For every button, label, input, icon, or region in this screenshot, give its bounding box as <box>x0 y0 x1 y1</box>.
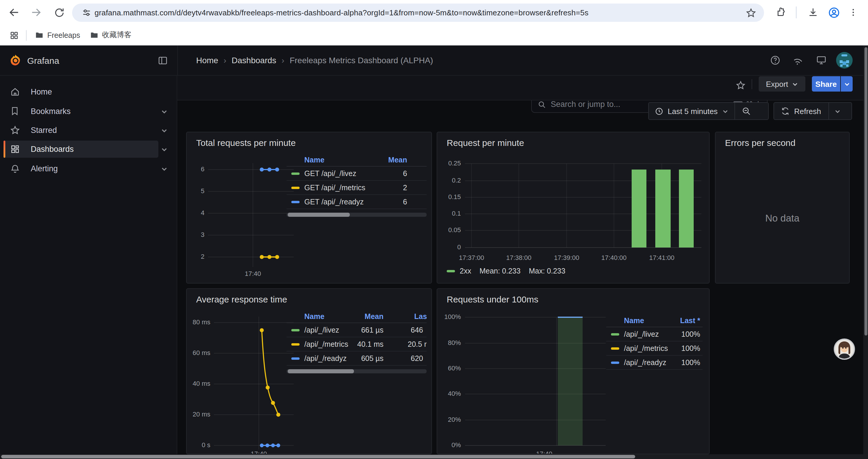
browser-menu-icon[interactable] <box>845 4 862 21</box>
sidebar-item-dashboards[interactable]: Dashboards <box>0 140 177 158</box>
legend-row[interactable]: /api/_/metrics 40.1 ms 20.5 r <box>286 337 427 352</box>
legend-header-row: Name Mean <box>286 155 427 167</box>
series-swatch <box>291 343 300 346</box>
y-tick: 3 <box>189 231 205 238</box>
time-range-label: Last 5 minutes <box>668 107 718 116</box>
y-tick: 0.1 <box>438 210 461 217</box>
url-bar[interactable]: grafana.mathmast.com/d/deytv4rwavabkb/fr… <box>72 4 764 22</box>
legend-row[interactable]: /api/_/livez 661 µs 646 <box>286 323 427 337</box>
zoom-out-button[interactable] <box>735 103 757 119</box>
panel-under-100ms[interactable]: Requests under 100ms 100% 80% 60% 40% 20… <box>437 288 710 454</box>
refresh-button[interactable]: Refresh <box>774 103 828 119</box>
floating-assistant-avatar[interactable] <box>834 338 855 360</box>
grafana-header: Grafana Home › Dashboards › Freeleaps Me… <box>0 45 868 76</box>
chevron-down-icon[interactable] <box>161 127 168 134</box>
folder-icon <box>90 31 98 40</box>
legend-header-name[interactable]: Name <box>624 317 644 325</box>
series-last: 100% <box>681 330 700 338</box>
legend-header-name[interactable]: Name <box>304 156 324 164</box>
mega-menu-toggle-icon[interactable] <box>155 53 170 68</box>
sidebar-item-home[interactable]: Home <box>0 83 177 100</box>
legend-scrollbar-thumb[interactable] <box>288 369 354 373</box>
sidebar-item-starred[interactable]: Starred <box>0 122 177 139</box>
panel-total-requests[interactable]: Total requests per minute 6 5 4 3 2 17:4… <box>186 132 432 284</box>
panel-request-per-minute[interactable]: Request per minute 0.25 0.2 0.15 0.1 0.0… <box>437 132 710 284</box>
y-tick: 40 ms <box>187 380 210 387</box>
chevron-down-icon[interactable] <box>161 145 168 153</box>
legend-row[interactable]: /api/_/readyz 605 µs 620 <box>286 352 427 366</box>
sidebar-item-alerting[interactable]: Alerting <box>0 160 177 177</box>
bookmark-folder-freeleaps[interactable]: Freeleaps <box>30 31 85 40</box>
active-item-background <box>4 140 158 158</box>
legend-header-mean[interactable]: Mean <box>365 313 383 321</box>
vertical-scrollbar[interactable] <box>863 45 868 459</box>
share-dropdown-button[interactable] <box>841 76 852 92</box>
legend-scrollbar[interactable] <box>286 213 427 217</box>
sidebar-item-label: Home <box>31 88 52 96</box>
export-button[interactable]: Export <box>759 76 805 92</box>
breadcrumb-separator: › <box>282 56 284 65</box>
series-name: /api/_/readyz <box>304 355 346 363</box>
refresh-interval-dropdown[interactable] <box>829 103 846 119</box>
series-swatch <box>291 357 300 360</box>
series-mean: Mean: 0.233 <box>479 267 521 275</box>
breadcrumb-home[interactable]: Home <box>196 56 218 65</box>
horizontal-scrollbar[interactable] <box>0 454 868 459</box>
y-tick: 0% <box>438 441 461 448</box>
sidebar-item-bookmarks[interactable]: Bookmarks <box>0 103 177 120</box>
grafana-logo-icon[interactable] <box>9 54 22 67</box>
panel-errors-per-second[interactable]: Errors per second No data <box>715 132 850 284</box>
horizontal-scrollbar-thumb[interactable] <box>1 455 635 458</box>
bell-icon <box>10 164 20 174</box>
breadcrumb-separator: › <box>224 56 226 65</box>
legend-scrollbar-thumb[interactable] <box>288 213 350 217</box>
back-icon[interactable] <box>6 4 23 21</box>
help-icon[interactable] <box>768 53 783 68</box>
legend-header-name[interactable]: Name <box>304 313 324 321</box>
vertical-scrollbar-thumb[interactable] <box>864 47 867 335</box>
brand-name[interactable]: Grafana <box>27 56 59 66</box>
legend-scrollbar[interactable] <box>286 369 427 373</box>
favorite-star-icon[interactable] <box>733 77 748 93</box>
legend-header-last[interactable]: Last * <box>680 317 700 325</box>
apps-grid-icon[interactable] <box>6 27 23 43</box>
legend-header-last[interactable]: Las <box>414 313 427 321</box>
bookmark-folder-blogs[interactable]: 收藏博客 <box>85 30 136 40</box>
zoom-out-icon <box>741 106 751 116</box>
refresh-icon <box>781 107 789 115</box>
legend-row[interactable]: GET /api/_/readyz 6 <box>286 195 427 209</box>
monitor-icon[interactable] <box>814 53 829 68</box>
profile-icon[interactable] <box>826 4 842 21</box>
legend-row[interactable]: /api/_/metrics 100% <box>606 341 703 356</box>
legend-row[interactable]: /api/_/livez 100% <box>606 327 703 341</box>
legend-row[interactable]: /api/_/readyz 100% <box>606 356 703 370</box>
news-rss-icon[interactable] <box>790 53 805 68</box>
chevron-down-icon[interactable] <box>161 108 168 115</box>
legend-row[interactable]: GET /api/_/livez 6 <box>286 167 427 181</box>
no-data-message: No data <box>716 213 849 224</box>
time-range-picker[interactable]: Last 5 minutes <box>649 103 734 119</box>
legend-row[interactable]: GET /api/_/metrics 2 <box>286 181 427 195</box>
time-range-group: Last 5 minutes <box>648 102 769 120</box>
area-chart <box>437 289 710 454</box>
forward-icon[interactable] <box>28 4 44 21</box>
user-avatar[interactable] <box>836 52 852 68</box>
panel-avg-response-time[interactable]: Average response time 80 ms 60 ms 40 ms … <box>186 288 432 454</box>
extensions-icon[interactable] <box>773 4 789 21</box>
breadcrumb-dashboards[interactable]: Dashboards <box>231 56 276 65</box>
chevron-down-icon[interactable] <box>161 165 168 172</box>
downloads-icon[interactable] <box>805 4 821 21</box>
series-mean: 2 <box>403 184 407 192</box>
clock-icon <box>655 107 663 116</box>
x-tick: 17:38:00 <box>501 254 536 261</box>
legend[interactable]: 2xx Mean: 0.233 Max: 0.233 <box>447 267 565 275</box>
legend-header-mean[interactable]: Mean <box>388 156 407 164</box>
y-tick: 100% <box>438 313 461 320</box>
legend-header-row: Name Mean Las <box>286 311 427 323</box>
bookmark-star-icon[interactable] <box>743 4 759 21</box>
breadcrumb-current: Freeleaps Metrics Dashboard (ALPHA) <box>289 56 433 65</box>
reload-icon[interactable] <box>51 4 67 21</box>
series-last: 620 <box>411 355 423 363</box>
tune-icon[interactable] <box>78 4 95 21</box>
share-button[interactable]: Share <box>812 76 840 92</box>
